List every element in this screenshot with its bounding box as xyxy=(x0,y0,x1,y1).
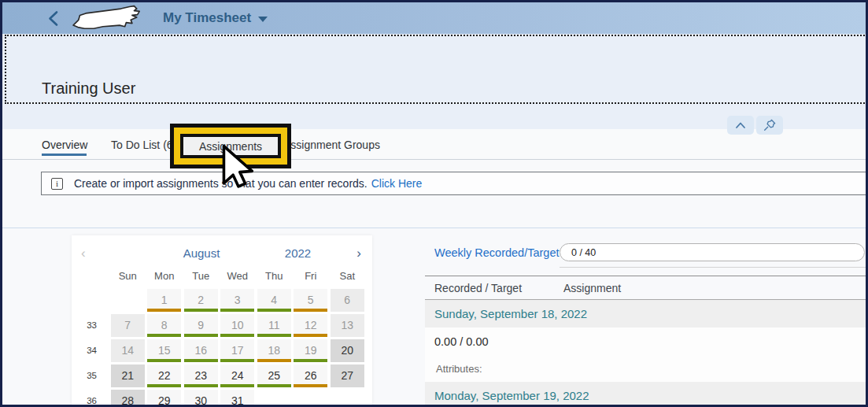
calendar-day[interactable]: 13 xyxy=(331,314,364,337)
app-title: My Timesheet xyxy=(163,10,251,26)
pin-icon xyxy=(763,118,777,132)
weekly-recorded-target-value[interactable]: 0 / 40 xyxy=(560,243,865,261)
green-status-bar xyxy=(257,309,291,312)
calendar-day[interactable]: 25 xyxy=(257,364,291,387)
green-status-bar xyxy=(147,334,181,337)
collapse-header-button[interactable] xyxy=(727,116,754,135)
calendar-day[interactable]: 2 xyxy=(184,289,218,312)
orange-status-bar xyxy=(257,359,291,362)
date-group-row[interactable]: Monday, September 19, 2022 xyxy=(425,382,868,407)
annotation-highlight-box: Assignments xyxy=(170,124,291,168)
calendar-day[interactable]: 11 xyxy=(257,314,291,337)
tab-to-do-list[interactable]: To Do List (6) xyxy=(111,139,176,151)
orange-status-bar xyxy=(147,309,181,312)
orange-status-bar xyxy=(294,384,327,387)
calendar-day[interactable]: 29 xyxy=(147,390,181,407)
calendar-year[interactable]: 2022 xyxy=(268,246,327,260)
calendar-day-headers: Sun Mon Tue Wed Thu Fri Sat xyxy=(72,270,372,287)
pin-header-button[interactable] xyxy=(756,116,783,135)
week-number: 33 xyxy=(72,320,109,330)
calendar-day[interactable]: 16 xyxy=(184,339,218,362)
green-status-bar xyxy=(294,359,327,362)
calendar-day[interactable]: 4 xyxy=(257,289,291,312)
week-number: 34 xyxy=(72,346,109,355)
calendar-grid: 1234563378910111213341415161718192035212… xyxy=(72,287,372,407)
date-group-row[interactable]: Sunday, September 18, 2022 xyxy=(425,300,868,327)
calendar-day[interactable]: 6 xyxy=(331,289,364,312)
green-status-bar xyxy=(184,359,218,362)
week-number: 36 xyxy=(72,396,109,405)
orange-status-bar xyxy=(294,334,327,337)
column-recorded-target: Recorded / Target xyxy=(434,282,522,294)
green-status-bar xyxy=(257,384,291,387)
north-carolina-logo-icon xyxy=(70,5,152,37)
weekly-field-underline xyxy=(560,267,868,268)
page-title-user-name: Training User xyxy=(42,80,135,98)
top-navigation-bar: My Timesheet xyxy=(2,2,866,34)
calendar-day[interactable]: 30 xyxy=(184,390,218,407)
column-assignment: Assignment xyxy=(563,282,621,294)
green-status-bar xyxy=(220,384,254,387)
calendar-day[interactable]: 27 xyxy=(331,364,364,387)
calendar-day[interactable]: 1 xyxy=(147,289,181,312)
calendar-day[interactable]: 20 xyxy=(331,339,364,362)
attributes-row: Attributes: xyxy=(425,355,868,382)
calendar-day[interactable]: 17 xyxy=(220,339,254,362)
calendar-header: ‹ August 2022 › xyxy=(72,235,372,270)
tab-overview[interactable]: Overview xyxy=(42,139,87,151)
calendar-day[interactable]: 12 xyxy=(294,314,327,337)
calendar-empty-cell xyxy=(331,390,364,407)
calendar-day[interactable]: 15 xyxy=(147,339,181,362)
calendar-card: ‹ August 2022 › Sun Mon Tue Wed Thu Fri … xyxy=(72,235,372,407)
calendar-empty-cell xyxy=(111,289,145,312)
green-status-bar xyxy=(184,309,218,312)
green-status-bar xyxy=(184,384,218,387)
calendar-empty-cell xyxy=(294,390,327,407)
timesheet-app-window: My Timesheet Training User (Administrati… xyxy=(0,0,868,407)
selected-tab-indicator xyxy=(42,154,87,156)
information-icon: i xyxy=(51,178,63,190)
green-status-bar xyxy=(220,359,254,362)
chevron-down-icon xyxy=(258,17,268,22)
calendar-day[interactable]: 18 xyxy=(257,339,291,362)
calendar-day[interactable]: 19 xyxy=(294,339,327,362)
calendar-month[interactable]: August xyxy=(154,246,249,260)
calendar-day[interactable]: 14 xyxy=(111,339,145,362)
app-title-menu[interactable]: My Timesheet xyxy=(163,10,268,26)
day-header: Sun xyxy=(109,270,146,287)
day-header: Wed xyxy=(220,270,257,287)
records-panel: Weekly Recorded/Target 0 / 40 Recorded /… xyxy=(425,239,868,407)
click-here-link[interactable]: Click Here xyxy=(371,177,423,190)
calendar-day[interactable]: 9 xyxy=(184,314,218,337)
calendar-day[interactable]: 24 xyxy=(220,364,254,387)
green-status-bar xyxy=(257,334,291,337)
calendar-week-row: 123456 xyxy=(72,287,372,313)
day-header: Sat xyxy=(329,270,366,287)
calendar-day[interactable]: 23 xyxy=(184,364,218,387)
week-number: 35 xyxy=(72,371,109,380)
calendar-week-row: 3628293031 xyxy=(72,388,372,407)
info-message: Create or import assignments so that you… xyxy=(74,177,368,190)
calendar-day[interactable]: 5 xyxy=(294,289,327,312)
tab-assignments[interactable]: Assignments xyxy=(180,134,281,158)
calendar-day[interactable]: 8 xyxy=(147,314,181,337)
green-status-bar xyxy=(220,309,254,312)
calendar-day[interactable]: 3 xyxy=(220,289,254,312)
calendar-day[interactable]: 10 xyxy=(220,314,254,337)
calendar-day[interactable]: 26 xyxy=(294,364,327,387)
calendar-day[interactable]: 21 xyxy=(111,364,145,387)
user-header-band: Training User (Administrative Assistant … xyxy=(2,34,866,103)
weekly-recorded-target-label: Weekly Recorded/Target xyxy=(434,246,560,259)
calendar-prev-month-icon[interactable]: ‹ xyxy=(81,246,86,261)
day-header: Tue xyxy=(183,270,220,287)
calendar-day[interactable]: 28 xyxy=(111,390,145,407)
green-status-bar xyxy=(184,334,218,337)
calendar-day[interactable]: 22 xyxy=(147,364,181,387)
tab-assignment-groups[interactable]: Assignment Groups xyxy=(283,139,380,151)
back-icon[interactable] xyxy=(47,10,60,30)
calendar-next-month-icon[interactable]: › xyxy=(356,246,361,261)
green-status-bar xyxy=(220,334,254,337)
records-table-header: Recorded / Target Assignment xyxy=(425,276,868,300)
calendar-day[interactable]: 7 xyxy=(111,314,145,337)
calendar-day[interactable]: 31 xyxy=(220,390,254,407)
